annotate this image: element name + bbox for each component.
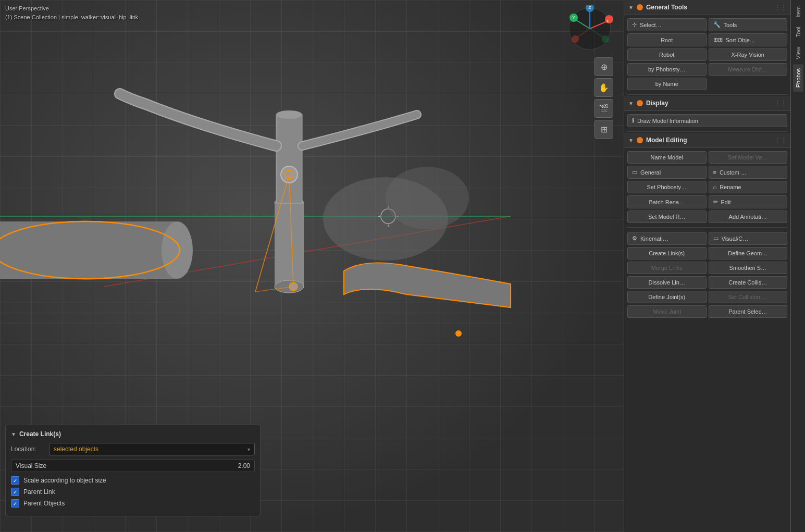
axis-gizmo: X Y Z — [566, 5, 613, 52]
create-links-panel: ▼ Create Link(s) Location: selected obje… — [5, 425, 261, 516]
dissolve-lin-btn[interactable]: Dissolve Lin… — [627, 276, 707, 289]
model-editing-section-header[interactable]: ▼ Model Editing ⋮⋮ — [624, 133, 790, 148]
model-editing-drag-handle: ⋮⋮ — [774, 136, 786, 144]
kinemati-btn[interactable]: ⚙ Kinemati… — [627, 232, 707, 245]
general-btn[interactable]: ▭ General — [627, 166, 707, 179]
scene-collection-label: (1) Scene Collection | simple_walker::vi… — [5, 13, 138, 22]
measure-btn[interactable]: Measure Dist… — [709, 63, 788, 76]
visual-size-row: Visual Size 2.00 — [11, 460, 255, 472]
phobosty-btn[interactable]: by Phobosty… — [627, 63, 707, 76]
rename-icon: ⌂ — [713, 184, 717, 190]
viewport[interactable]: User Perspective (1) Scene Collection | … — [0, 0, 624, 532]
xray-btn[interactable]: X-Ray Vision — [709, 48, 788, 61]
custom-icon: ≡ — [713, 169, 716, 176]
select-btn[interactable]: ⊹ Select… — [627, 18, 707, 31]
parent-link-checkbox[interactable]: ✓ — [11, 488, 19, 496]
root-btn[interactable]: Root — [627, 33, 707, 46]
grid-tool-btn[interactable]: ⊞ — [595, 120, 613, 139]
smoothen-s-btn[interactable]: Smoothen S… — [709, 262, 788, 274]
edit-btn[interactable]: ✏ Edit — [709, 195, 788, 208]
model-editing-title: Model Editing — [646, 137, 771, 144]
model-editing-dot — [637, 137, 643, 143]
tools-btn[interactable]: 🔧 Tools — [709, 18, 788, 31]
location-row: Location: selected objects ▾ — [11, 443, 255, 455]
camera-tool-btn[interactable]: 🎬 — [595, 99, 613, 118]
general-tools-dot — [637, 4, 643, 10]
merge-links-btn[interactable]: Merge Links — [627, 262, 707, 274]
sort-icon: ⊞⊞ — [713, 36, 723, 43]
create-collis-btn[interactable]: Create Collis… — [709, 276, 788, 289]
create-links-title: Create Link(s) — [19, 430, 61, 438]
create-links-header: ▼ Create Link(s) — [11, 430, 255, 438]
set-model-r-btn[interactable]: Set Model R… — [627, 211, 707, 223]
pan-tool-btn[interactable]: ✋ — [595, 78, 613, 97]
sort-obj-btn[interactable]: ⊞⊞ Sort Obje… — [709, 33, 788, 46]
zoom-tool-btn[interactable]: ⊕ — [595, 57, 613, 76]
visual-size-label: Visual Size — [16, 462, 238, 469]
tab-bar: Item Tool View Phobos — [790, 0, 805, 532]
display-section-header[interactable]: ▼ Display ⋮⋮ — [624, 96, 790, 111]
batch-rena-btn[interactable]: Batch Rena… — [627, 195, 707, 208]
svg-text:Z: Z — [589, 5, 591, 10]
byname-btn[interactable]: by Name — [627, 78, 707, 90]
general-tools-section-header[interactable]: ▼ General Tools ⋮⋮ — [624, 0, 790, 15]
scale-checkbox[interactable]: ✓ — [11, 476, 19, 485]
panel-chevron-icon: ▼ — [11, 431, 16, 437]
parent-objects-checkbox-row: ✓ Parent Objects — [11, 499, 255, 508]
parent-objects-label: Parent Objects — [23, 500, 65, 507]
viewport-tools: ⊕ ✋ 🎬 ⊞ — [595, 57, 613, 139]
set-model-ve-btn[interactable]: Set Model Ve… — [709, 151, 788, 164]
model-editing-grid: Name Model Set Model Ve… ▭ General ≡ Cus… — [624, 148, 790, 226]
select-icon: ⊹ — [632, 21, 637, 28]
general-tools-title: General Tools — [646, 4, 771, 11]
general-tools-drag-handle: ⋮⋮ — [774, 3, 786, 11]
display-drag-handle: ⋮⋮ — [774, 99, 786, 107]
general-icon: ▭ — [632, 169, 637, 176]
divider-3 — [627, 227, 787, 228]
tab-item[interactable]: Item — [793, 2, 803, 21]
select-arrow-icon: ▾ — [247, 447, 250, 452]
draw-model-btn[interactable]: ℹ Draw Model Information — [627, 114, 787, 127]
add-annotati-btn[interactable]: Add Annotati… — [709, 211, 788, 223]
rename-btn[interactable]: ⌂ Rename — [709, 181, 788, 193]
visual-c-btn[interactable]: ▭ Visual/C… — [709, 232, 788, 245]
info-icon: ℹ — [632, 117, 634, 124]
location-value: selected objects — [54, 446, 98, 453]
location-label: Location: — [11, 446, 45, 453]
define-geom-btn[interactable]: Define Geom… — [709, 247, 788, 259]
parent-selec-btn[interactable]: Parent Selec… — [709, 305, 788, 318]
tab-tool[interactable]: Tool — [793, 22, 803, 41]
visual-size-value: 2.00 — [238, 462, 250, 469]
name-model-btn[interactable]: Name Model — [627, 151, 707, 164]
model-editing-grid-2: ⚙ Kinemati… ▭ Visual/C… Create Link(s) D… — [624, 229, 790, 321]
define-joints-btn[interactable]: Define Joint(s) — [627, 291, 707, 303]
svg-point-40 — [602, 35, 609, 43]
viewport-header: User Perspective (1) Scene Collection | … — [5, 4, 138, 21]
model-editing-chevron-icon: ▼ — [628, 138, 634, 143]
display-dot — [637, 100, 643, 106]
pencil-icon: ✏ — [713, 199, 718, 205]
perspective-label: User Perspective — [5, 4, 138, 13]
robot-btn[interactable]: Robot — [627, 48, 707, 61]
location-select[interactable]: selected objects ▾ — [49, 443, 255, 455]
visual-icon: ▭ — [713, 235, 719, 242]
divider-1 — [627, 94, 787, 95]
tab-view[interactable]: View — [793, 43, 803, 64]
mimic-joint-btn[interactable]: Mimic Joint — [627, 305, 707, 318]
display-chevron-icon: ▼ — [628, 101, 634, 106]
scale-label: Scale according to object size — [23, 477, 106, 484]
parent-link-checkbox-row: ✓ Parent Link — [11, 488, 255, 496]
parent-objects-checkbox[interactable]: ✓ — [11, 499, 19, 508]
create-links-btn[interactable]: Create Link(s) — [627, 247, 707, 259]
parent-link-label: Parent Link — [23, 488, 55, 496]
right-panel: ▼ General Tools ⋮⋮ ⊹ Select… 🔧 Tools Roo… — [624, 0, 790, 532]
custom-btn[interactable]: ≡ Custom … — [709, 166, 788, 179]
tab-phobos[interactable]: Phobos — [793, 64, 803, 92]
divider-2 — [627, 131, 787, 132]
wrench-icon: 🔧 — [713, 21, 721, 28]
display-title: Display — [646, 100, 771, 107]
kinematic-icon: ⚙ — [632, 235, 637, 242]
set-collision-btn[interactable]: Set Collision … — [709, 291, 788, 303]
general-tools-top-grid: ⊹ Select… 🔧 Tools Root ⊞⊞ Sort Obje… Rob… — [624, 15, 790, 93]
set-phobosty-btn[interactable]: Set Phobosty… — [627, 181, 707, 193]
